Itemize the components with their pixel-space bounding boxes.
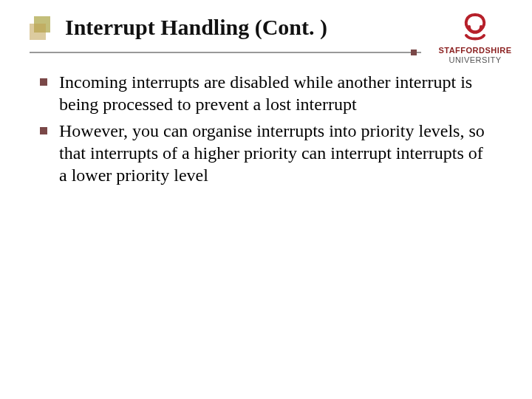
- bullet-item: However, you can organise interrupts int…: [40, 120, 488, 186]
- bullet-item: Incoming interrupts are disabled while a…: [40, 71, 488, 115]
- square-bullet-icon: [40, 127, 47, 134]
- square-bullet-icon: [40, 78, 47, 86]
- logo-line-1: STAFFORDSHIRE: [434, 46, 516, 55]
- underline-tick-icon: [411, 50, 417, 55]
- slide: STAFFORDSHIRE UNIVERSITY Interrupt Handl…: [0, 0, 532, 399]
- content-area: Incoming interrupts are disabled while a…: [40, 71, 488, 191]
- title-accent-icon: [30, 13, 55, 47]
- title-underline: [30, 52, 421, 53]
- title-block: Interrupt Handling (Cont. ): [30, 15, 421, 40]
- logo-text: STAFFORDSHIRE UNIVERSITY: [434, 46, 516, 64]
- bullet-text: Incoming interrupts are disabled while a…: [59, 71, 488, 115]
- university-logo: STAFFORDSHIRE UNIVERSITY: [434, 10, 516, 64]
- slide-title: Interrupt Handling (Cont. ): [65, 15, 421, 40]
- logo-line-2: UNIVERSITY: [434, 55, 516, 65]
- bullet-text: However, you can organise interrupts int…: [59, 120, 488, 186]
- staffordshire-knot-icon: [459, 10, 491, 43]
